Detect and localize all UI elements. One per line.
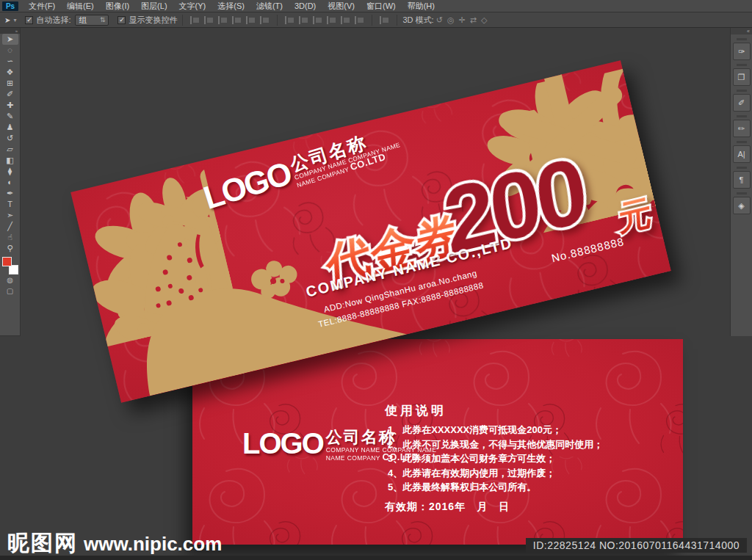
auto-align-layers-icon[interactable] (380, 16, 389, 24)
usage-instructions-title: 使用说明 (385, 402, 446, 419)
color-swatches (2, 257, 18, 274)
eraser-tool[interactable]: ▱ (2, 144, 18, 155)
pen-tool[interactable]: ✒ (2, 188, 18, 199)
show-transform-label: 显示变换控件 (129, 15, 177, 26)
menu-select[interactable]: 选择(S) (212, 0, 250, 12)
separator (182, 15, 183, 26)
tools-panel: » ➤ ◌ ∽ ❖ ⊞ ✐ ✚ ✎ ♟ ↺ ▱ ◧ ⧫ ◐ ✒ T ➣ ╱ ☝ … (0, 28, 21, 336)
history-brush-tool[interactable]: ↺ (2, 133, 18, 144)
crop-tool[interactable]: ⊞ (2, 78, 18, 89)
align-vertical-centers-icon[interactable] (246, 16, 256, 24)
3d-roll-icon[interactable]: ◎ (447, 15, 455, 25)
menu-3d[interactable]: 3D(D) (289, 0, 322, 12)
tool-preset-caret-icon[interactable]: ▾ (13, 17, 16, 23)
healing-brush-tool[interactable]: ✚ (2, 100, 18, 111)
nipic-watermark: 昵图网 www.nipic.com (7, 528, 222, 559)
distribute-bottom-edges-icon[interactable] (313, 16, 322, 24)
back-logo-text: LOGO (242, 429, 323, 462)
auto-select-value: 组 (79, 15, 87, 26)
align-top-edges-icon[interactable] (232, 16, 242, 24)
clone-stamp-tool[interactable]: ♟ (2, 122, 18, 133)
amount-unit-text: 元 (617, 192, 653, 239)
blur-tool[interactable]: ⧫ (2, 166, 18, 177)
align-bottom-edges-icon[interactable] (260, 16, 270, 24)
menu-view[interactable]: 视图(V) (322, 0, 361, 12)
menu-layer[interactable]: 图层(L) (135, 0, 173, 12)
auto-select-checkbox[interactable]: ✓ (25, 16, 33, 24)
usage-rule: 5、此券最终解释权归本公司所有。 (388, 480, 603, 495)
quick-selection-tool[interactable]: ❖ (2, 67, 18, 78)
3d-rotate-icon[interactable]: ↺ (436, 15, 443, 25)
move-tool[interactable]: ➤ (2, 34, 18, 45)
3d-mode-label: 3D 模式: (402, 15, 433, 26)
menu-filter[interactable]: 滤镜(T) (250, 0, 289, 12)
3d-drag-icon[interactable]: ✛ (458, 15, 465, 25)
auto-select-dropdown[interactable]: 组 ⇅ (75, 15, 109, 26)
show-transform-checkbox[interactable]: ✓ (118, 16, 126, 24)
menu-file[interactable]: 文件(F) (23, 0, 61, 12)
3d-panel-button[interactable]: ◈ (733, 197, 751, 214)
usage-rule: 4、此券请在有效期内使用，过期作废； (388, 466, 603, 481)
distribute-horizontal-centers-icon[interactable] (341, 16, 350, 24)
character-panel-button[interactable]: A| (733, 145, 751, 163)
validity-date: 有效期：2016年 月 日 (385, 501, 510, 514)
tool-options-bar: ➤ ▾ ✓ 自动选择: 组 ⇅ ✓ 显示变换控件 3D 模式: ↺ ◎ ✛ ⇄ … (0, 12, 752, 28)
screen-mode-button[interactable]: ▢ (2, 286, 18, 297)
photoshop-logo: Ps (2, 1, 18, 11)
align-horizontal-centers-icon[interactable] (204, 16, 214, 24)
back-logo-sub2: NAME COMPANY (326, 454, 383, 462)
zoom-tool[interactable]: ⚲ (2, 243, 18, 254)
panel-dock: « ✑ ❐ ✐ ✏ A| ¶ ◈ (730, 28, 752, 336)
marquee-tool[interactable]: ◌ (2, 45, 18, 56)
dropdown-arrows-icon: ⇅ (100, 16, 106, 23)
distribute-vertical-centers-icon[interactable] (299, 16, 308, 24)
document-canvas[interactable]: LOGO 公司名称 COMPANY NAME COMPANY NAME NAME… (21, 28, 729, 560)
align-right-edges-icon[interactable] (218, 16, 228, 24)
move-tool-icon: ➤ (4, 16, 10, 24)
eyedropper-tool[interactable]: ✐ (2, 89, 18, 100)
paragraph-panel-button[interactable]: ¶ (733, 171, 751, 189)
voucher-back-card: LOGO 公司名称 COMPANY NAME COMPANY NAME NAME… (192, 339, 683, 545)
dock-collapse[interactable]: « (731, 28, 752, 34)
nipic-logo-text: 昵图网 (7, 528, 78, 559)
brush-tool[interactable]: ✎ (2, 111, 18, 122)
usage-rule: 1、此券在XXXXXX消费可抵现金200元； (388, 423, 603, 437)
dodge-tool[interactable]: ◐ (2, 177, 18, 188)
align-left-edges-icon[interactable] (190, 16, 200, 24)
menu-type[interactable]: 文字(Y) (173, 0, 212, 12)
separator (277, 15, 278, 26)
tool-presets-panel-button[interactable]: ✏ (733, 120, 751, 137)
separator (397, 15, 397, 26)
image-id-badge: ID:22825124 NO:20160701164431714000 (526, 538, 747, 553)
brush-presets-panel-button[interactable]: ✑ (733, 43, 751, 60)
path-selection-tool[interactable]: ➣ (2, 210, 18, 221)
tools-panel-collapse[interactable]: » (0, 28, 20, 34)
distribute-left-edges-icon[interactable] (327, 16, 336, 24)
distribute-top-edges-icon[interactable] (285, 16, 294, 24)
separator (372, 15, 372, 26)
usage-rule: 2、此券不可兑换现金，不得与其他优惠同时使用； (388, 437, 603, 452)
foreground-color-swatch[interactable] (2, 257, 12, 266)
quick-mask-button[interactable]: ◍ (2, 274, 18, 286)
usage-rules-list: 1、此券在XXXXXX消费可抵现金200元； 2、此券不可兑换现金，不得与其他优… (388, 423, 603, 495)
menu-image[interactable]: 图像(I) (100, 0, 135, 12)
menu-window[interactable]: 窗口(W) (361, 0, 402, 12)
gradient-tool[interactable]: ◧ (2, 155, 18, 166)
3d-slide-icon[interactable]: ⇄ (470, 15, 477, 25)
distribute-right-edges-icon[interactable] (355, 16, 364, 24)
type-tool[interactable]: T (2, 199, 18, 210)
photoshop-window: Ps 文件(F) 编辑(E) 图像(I) 图层(L) 文字(Y) 选择(S) 滤… (0, 0, 752, 560)
menu-edit[interactable]: 编辑(E) (61, 0, 100, 12)
lasso-tool[interactable]: ∽ (2, 56, 18, 67)
3d-scale-icon[interactable]: ◇ (481, 15, 487, 25)
clone-source-panel-button[interactable]: ❐ (733, 68, 751, 86)
usage-rule: 3、此券须加盖本公司财务章方可生效； (388, 451, 603, 466)
auto-select-label: 自动选择: (36, 15, 70, 26)
hand-tool[interactable]: ☝ (2, 232, 18, 243)
menu-help[interactable]: 帮助(H) (402, 0, 441, 12)
menu-bar: Ps 文件(F) 编辑(E) 图像(I) 图层(L) 文字(Y) 选择(S) 滤… (0, 0, 752, 12)
nipic-url-text: www.nipic.com (84, 533, 222, 556)
shape-tool[interactable]: ╱ (2, 221, 18, 232)
brush-panel-button[interactable]: ✐ (733, 94, 751, 112)
